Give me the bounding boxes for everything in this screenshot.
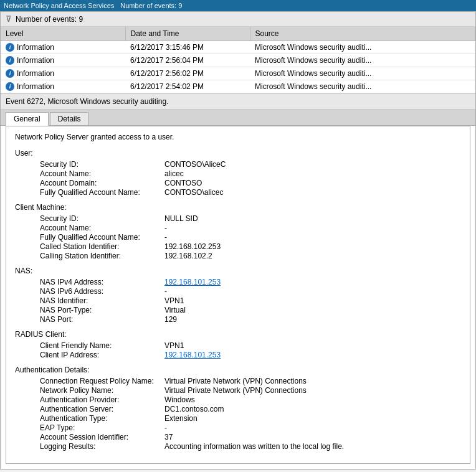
detail-label: EAP Type:	[40, 423, 164, 432]
table-row[interactable]: iInformation6/12/2017 2:54:02 PMMicrosof…	[1, 80, 475, 93]
detail-row: Fully Qualified Account Name:CONTOSO\ali…	[15, 188, 461, 197]
detail-value: Extension	[164, 414, 198, 423]
detail-value[interactable]: 192.168.101.253	[164, 351, 221, 359]
detail-value[interactable]: 192.168.101.253	[164, 278, 221, 286]
detail-row: Account Session Identifier:37	[15, 433, 461, 441]
event-count-title: Number of events: 9	[120, 2, 182, 9]
table-header-row: Level Date and Time Source	[1, 27, 475, 41]
detail-label: Network Policy Name:	[40, 386, 164, 395]
col-header-source: Source	[250, 27, 475, 41]
cell-source: Microsoft Windows security auditi...	[250, 54, 475, 67]
cell-level: iInformation	[1, 67, 125, 80]
detail-row: Client Friendly Name:VPN1	[15, 341, 461, 350]
detail-label: NAS Port-Type:	[40, 306, 164, 314]
detail-value: -	[164, 287, 167, 296]
detail-row: NAS IPv6 Address:-	[15, 287, 461, 296]
detail-label: Authentication Provider:	[40, 395, 164, 404]
detail-row: Account Domain:CONTOSO	[15, 179, 461, 187]
detail-value: 192.168.102.253	[164, 242, 221, 251]
detail-value: -	[164, 224, 167, 232]
detail-label: Authentication Server:	[40, 405, 164, 413]
table-row[interactable]: iInformation6/12/2017 2:56:04 PMMicrosof…	[1, 54, 475, 67]
section-title: RADIUS Client:	[15, 330, 461, 339]
cell-level: iInformation	[1, 41, 125, 54]
detail-intro: Network Policy Server granted access to …	[15, 133, 461, 141]
detail-label: NAS Identifier:	[40, 296, 164, 305]
detail-label: Client IP Address:	[40, 351, 164, 359]
detail-row: Connection Request Policy Name:Virtual P…	[15, 377, 461, 385]
detail-label: Calling Station Identifier:	[40, 252, 164, 260]
detail-row: Authentication Type:Extension	[15, 414, 461, 423]
main-container: ⊽ Number of events: 9 Level Date and Tim…	[0, 11, 476, 470]
cell-source: Microsoft Windows security auditi...	[250, 41, 475, 54]
detail-row: Calling Station Identifier:192.168.102.2	[15, 252, 461, 260]
info-icon: i	[6, 43, 14, 52]
detail-row: NAS IPv4 Address:192.168.101.253	[15, 278, 461, 286]
detail-label: NAS IPv6 Address:	[40, 287, 164, 296]
col-header-datetime: Date and Time	[125, 27, 250, 41]
info-icon: i	[6, 56, 14, 65]
detail-row: Account Name:-	[15, 224, 461, 232]
cell-level: iInformation	[1, 80, 125, 93]
cell-datetime: 6/12/2017 2:56:04 PM	[125, 54, 250, 67]
detail-label: Logging Results:	[40, 442, 164, 451]
title-bar: Network Policy and Access Services Numbe…	[0, 0, 476, 11]
detail-value: Accounting information was written to th…	[164, 442, 344, 451]
detail-row: Security ID:CONTOSO\AliceC	[15, 160, 461, 169]
detail-row: Logging Results:Accounting information w…	[15, 442, 461, 451]
events-table-container[interactable]: Level Date and Time Source iInformation6…	[1, 27, 475, 93]
event-header: Event 6272, Microsoft Windows security a…	[1, 93, 475, 110]
col-header-level: Level	[1, 27, 125, 41]
detail-label: Account Name:	[40, 169, 164, 178]
cell-datetime: 6/12/2017 3:15:46 PM	[125, 41, 250, 54]
table-row[interactable]: iInformation6/12/2017 2:56:02 PMMicrosof…	[1, 67, 475, 80]
detail-value: 129	[164, 315, 177, 324]
detail-row: Authentication Server:DC1.contoso.com	[15, 405, 461, 413]
info-icon: i	[6, 82, 14, 91]
detail-label: NAS Port:	[40, 315, 164, 324]
detail-section: User:Security ID:CONTOSO\AliceCAccount N…	[15, 149, 461, 197]
detail-row: Fully Qualified Account Name:-	[15, 233, 461, 242]
detail-panel: Network Policy Server granted access to …	[6, 126, 470, 464]
detail-section: Authentication Details:Connection Reques…	[15, 366, 461, 451]
detail-value: CONTOSO	[164, 179, 202, 187]
section-title: User:	[15, 149, 461, 158]
detail-value: alicec	[164, 169, 184, 178]
detail-label: Account Session Identifier:	[40, 433, 164, 441]
detail-value: -	[164, 423, 167, 432]
detail-section: Client Machine:Security ID:NULL SIDAccou…	[15, 203, 461, 260]
level-text: Information	[17, 43, 54, 52]
detail-value: Virtual Private Network (VPN) Connection…	[164, 377, 307, 385]
filter-bar: ⊽ Number of events: 9	[1, 12, 475, 27]
event-header-text: Event 6272, Microsoft Windows security a…	[6, 97, 168, 106]
detail-label: Fully Qualified Account Name:	[40, 188, 164, 197]
detail-value: CONTOSO\alicec	[164, 188, 223, 197]
detail-value: 37	[164, 433, 173, 441]
tab-details[interactable]: Details	[50, 112, 89, 125]
detail-row: NAS Identifier:VPN1	[15, 296, 461, 305]
table-row[interactable]: iInformation6/12/2017 3:15:46 PMMicrosof…	[1, 41, 475, 54]
detail-row: NAS Port:129	[15, 315, 461, 324]
level-text: Information	[17, 56, 54, 65]
detail-value: CONTOSO\AliceC	[164, 160, 226, 169]
app-title: Network Policy and Access Services	[4, 2, 114, 9]
detail-section: RADIUS Client:Client Friendly Name:VPN1C…	[15, 330, 461, 359]
detail-value: Virtual	[164, 306, 186, 314]
detail-row: Account Name:alicec	[15, 169, 461, 178]
cell-source: Microsoft Windows security auditi...	[250, 67, 475, 80]
detail-row: Network Policy Name:Virtual Private Netw…	[15, 386, 461, 395]
info-icon: i	[6, 69, 14, 78]
tab-general[interactable]: General	[6, 112, 49, 126]
detail-label: Connection Request Policy Name:	[40, 377, 164, 385]
level-text: Information	[17, 69, 54, 78]
detail-value: 192.168.102.2	[164, 252, 212, 260]
cell-source: Microsoft Windows security auditi...	[250, 80, 475, 93]
detail-value: VPN1	[164, 296, 184, 305]
tabs-row: General Details	[1, 110, 475, 126]
section-title: Authentication Details:	[15, 366, 461, 374]
events-table: Level Date and Time Source iInformation6…	[1, 27, 475, 93]
detail-row: NAS Port-Type:Virtual	[15, 306, 461, 314]
detail-value: Windows	[164, 395, 195, 404]
detail-label: Fully Qualified Account Name:	[40, 233, 164, 242]
detail-label: Account Name:	[40, 224, 164, 232]
